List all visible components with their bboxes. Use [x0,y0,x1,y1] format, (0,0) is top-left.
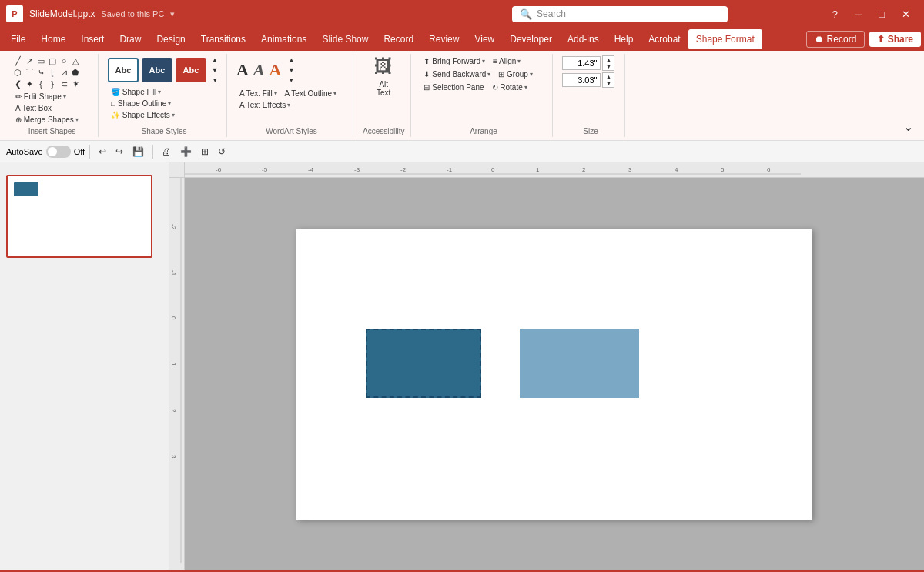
rect-tool[interactable]: ▭ [35,55,46,66]
width-spinner[interactable]: ▲ ▼ [602,72,614,88]
width-spin-up[interactable]: ▲ [603,73,614,80]
slide-canvas[interactable] [296,229,812,520]
arrange-label: Arrange [420,125,546,135]
wordart-style-1[interactable]: A [236,60,249,80]
shape-effects-button[interactable]: ✨ Shape Effects ▾ [108,109,178,121]
shape-tool14[interactable]: ✦ [24,79,35,89]
redo-button[interactable]: ↪ [112,144,127,159]
undo-button[interactable]: ↩ [95,144,110,159]
shape-dark-rect[interactable] [366,329,481,398]
reset-button[interactable]: ↺ [214,144,229,159]
menu-record[interactable]: Record [376,29,421,49]
ribbon-expand-button[interactable]: ⌄ [900,118,916,135]
menu-help[interactable]: Help [607,29,641,49]
wordart-row: A A A ▲ ▼ ▾ [236,55,296,85]
shape-tool11[interactable]: ⊿ [59,67,69,78]
text-outline-button[interactable]: A Text Outline ▾ [282,88,340,99]
send-backward-button[interactable]: ⬇ Send Backward ▾ [420,69,494,80]
search-box[interactable]: 🔍 Search [512,6,728,22]
width-spin-down[interactable]: ▼ [603,80,614,87]
share-button[interactable]: ⬆ Share [869,32,921,47]
menu-insert[interactable]: Insert [73,29,112,49]
menu-home[interactable]: Home [33,29,73,49]
menu-file[interactable]: File [3,29,33,49]
shape-tool7[interactable]: ⬡ [12,67,23,78]
selection-pane-button[interactable]: ⊟ Selection Pane [420,82,487,93]
autosave-toggle[interactable] [46,146,71,158]
minimize-button[interactable]: ─ [847,5,869,23]
arrow-tool[interactable]: ↗ [24,55,35,66]
menu-shapeformat[interactable]: Shape Format [688,29,762,49]
alt-text-group: 🖼 AltText [373,55,393,99]
slide-thumbnail[interactable] [6,175,152,258]
new-slide-button[interactable]: ➕ [176,144,196,159]
save-button[interactable]: 💾 [129,144,148,159]
shape-tool15[interactable]: { [35,79,46,89]
menu-design[interactable]: Design [149,29,192,49]
align-button[interactable]: ≡ Align ▾ [490,55,524,67]
menu-review[interactable]: Review [421,29,467,49]
shape-tool12[interactable]: ⬟ [70,67,81,78]
shape-style-2[interactable]: Abc [142,58,172,82]
ribbon-textbox-row: A Text Box [12,102,55,114]
shape-fill-button[interactable]: 🪣 Shape Fill ▾ [108,86,164,98]
line-tool[interactable]: ╱ [12,55,23,66]
alt-text-button[interactable]: AltText [373,79,393,99]
text-effects-button[interactable]: A Text Effects ▾ [236,99,293,111]
shape-tool8[interactable]: ⌒ [24,67,35,78]
record-button[interactable]: ⏺ Record [806,31,865,48]
height-spin-down[interactable]: ▼ [603,63,614,70]
menu-addins[interactable]: Add-ins [560,29,607,49]
menu-animations[interactable]: Animations [253,29,314,49]
menu-slideshow[interactable]: Slide Show [314,29,376,49]
edit-shape-button[interactable]: ✏ Edit Shape ▾ [12,91,69,102]
merge-shapes-button[interactable]: ⊕ Merge Shapes ▾ [12,114,82,125]
style-down-arrow[interactable]: ▼ [209,65,220,75]
text-box-button[interactable]: A Text Box [12,102,55,114]
shape-tool18[interactable]: ✶ [70,79,81,89]
rounded-rect-tool[interactable]: ▢ [47,55,58,66]
maximize-button[interactable]: □ [871,5,892,23]
menu-transitions[interactable]: Transitions [193,29,253,49]
wordart-up-arrow[interactable]: ▲ [286,55,296,65]
menu-view[interactable]: View [467,29,502,49]
oval-tool[interactable]: ○ [59,55,69,66]
text-fill-button[interactable]: A Text Fill ▾ [236,88,280,99]
height-spinner[interactable]: ▲ ▼ [602,55,614,71]
text-fill-row: A Text Fill ▾ A Text Outline ▾ [236,88,340,99]
canvas-scroll[interactable] [185,178,924,570]
shape-style-1[interactable]: Abc [108,58,139,82]
search-label[interactable]: Search [537,8,566,19]
print-button[interactable]: 🖨 [158,144,175,159]
triangle-tool[interactable]: △ [70,55,81,66]
height-input[interactable] [562,56,601,70]
shape-tool17[interactable]: ⊂ [59,79,69,89]
arrange-row2: ⬇ Send Backward ▾ ⊞ Group ▾ [420,69,535,80]
shape-outline-row: □ Shape Outline ▾ [108,98,174,109]
shape-style-3[interactable]: Abc [176,58,206,82]
shape-outline-button[interactable]: □ Shape Outline ▾ [108,98,174,109]
wordart-down-arrow[interactable]: ▼ [286,65,296,75]
shape-light-rect[interactable] [520,329,639,398]
menu-draw[interactable]: Draw [112,29,149,49]
shape-tool9[interactable]: ⤷ [35,67,46,78]
group-button[interactable]: ⊞ Group ▾ [495,69,536,80]
shape-tool10[interactable]: ⌊ [47,67,58,78]
wordart-style-2[interactable]: A [253,60,265,80]
height-spin-up[interactable]: ▲ [603,56,614,63]
wordart-style-3[interactable]: A [270,60,282,80]
style-expand[interactable]: ▾ [209,75,220,85]
canvas-row: -2 -1 0 1 2 3 [169,178,924,570]
shape-tool13[interactable]: ❮ [12,79,23,89]
close-button[interactable]: ✕ [894,5,918,23]
menu-developer[interactable]: Developer [502,29,560,49]
shape-tool16[interactable]: } [47,79,58,89]
width-input[interactable] [562,73,601,87]
layout-button[interactable]: ⊞ [197,144,213,159]
menu-acrobat[interactable]: Acrobat [641,29,688,49]
bring-forward-button[interactable]: ⬆ Bring Forward ▾ [420,55,488,67]
wordart-expand[interactable]: ▾ [286,75,296,85]
rotate-button[interactable]: ↻ Rotate ▾ [489,82,531,93]
style-up-arrow[interactable]: ▲ [209,55,220,65]
help-button[interactable]: ? [825,5,845,23]
